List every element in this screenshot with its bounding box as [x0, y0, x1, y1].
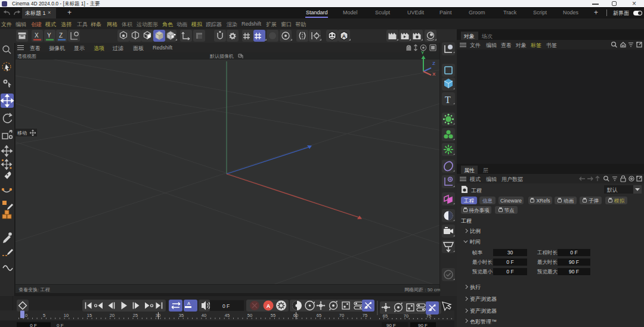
svg-text:55: 55	[271, 313, 275, 318]
svg-text:T: T	[445, 95, 451, 105]
svg-text:0 F: 0 F	[57, 323, 64, 327]
svg-text:10: 10	[64, 313, 69, 318]
svg-text:0 F: 0 F	[30, 323, 37, 327]
svg-text:A: A	[187, 301, 190, 306]
svg-text:75: 75	[426, 313, 431, 319]
svg-text:50: 50	[247, 313, 252, 318]
svg-text:Z: Z	[432, 61, 435, 66]
svg-text:Y: Y	[47, 32, 51, 39]
svg-text:40: 40	[202, 313, 206, 318]
svg-text:35: 35	[179, 313, 184, 318]
svg-text:90 F: 90 F	[386, 323, 396, 327]
svg-text:0: 0	[25, 313, 27, 318]
svg-text:0 F: 0 F	[222, 303, 230, 309]
svg-text:5: 5	[43, 313, 45, 318]
svg-text:45: 45	[225, 313, 230, 318]
svg-text:65: 65	[383, 313, 388, 319]
svg-text:X: X	[35, 32, 39, 39]
svg-text:70: 70	[339, 313, 344, 318]
svg-text:75: 75	[363, 313, 367, 318]
svg-text:90 F: 90 F	[418, 323, 428, 327]
svg-text:Z: Z	[59, 32, 63, 39]
svg-text:A: A	[267, 303, 271, 309]
svg-text:A: A	[342, 33, 346, 39]
svg-text:25: 25	[133, 313, 138, 318]
svg-text:15: 15	[87, 313, 92, 318]
svg-text:Y: Y	[421, 50, 425, 55]
svg-text:X: X	[432, 71, 436, 76]
svg-text:70: 70	[404, 313, 408, 319]
svg-text:20: 20	[110, 313, 114, 318]
svg-text:65: 65	[317, 313, 321, 318]
